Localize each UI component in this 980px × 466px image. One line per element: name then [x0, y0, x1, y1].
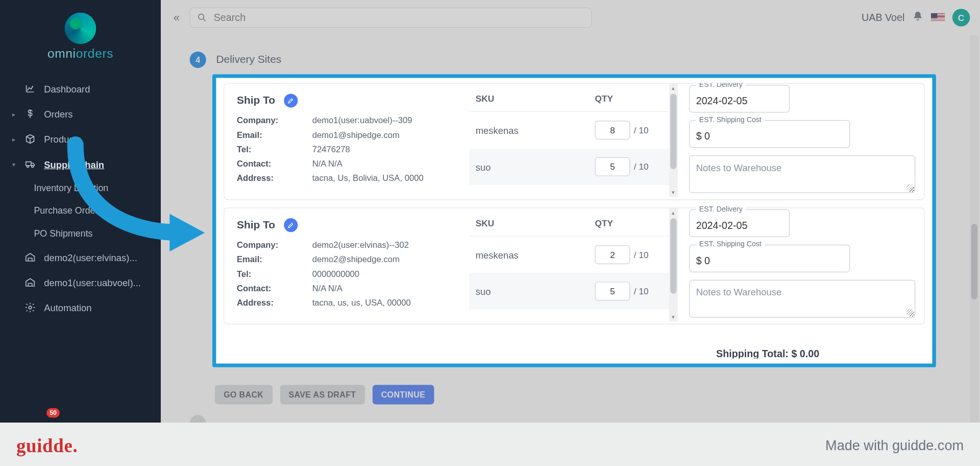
qty-input[interactable] [595, 282, 630, 300]
step-number-badge: 4 [190, 52, 206, 68]
nav-label: Purchase Orders [34, 205, 149, 216]
action-buttons: GO BACK SAVE AS DRAFT CONTINUE [215, 385, 434, 404]
cube-icon [24, 133, 37, 146]
nav-inventory-location[interactable]: Inventory Location [0, 177, 161, 199]
app-logo: omniorders [0, 0, 161, 67]
field-legend: EST. Delivery [696, 83, 746, 88]
value-contact: N/A N/A [312, 282, 342, 296]
nav-label: demo2(user:elvinas)... [44, 252, 150, 263]
qty-max: / 10 [634, 161, 649, 172]
step-title: Delivery Sites [216, 54, 281, 66]
nav-orders[interactable]: ▸ Orders [0, 101, 161, 126]
nav-label: Automation [44, 302, 150, 313]
qty-max: / 10 [634, 286, 649, 296]
est-delivery-field[interactable]: EST. Delivery 2024-02-05 [689, 85, 790, 112]
field-value: 2024-02-05 [696, 96, 748, 106]
label-tel: Tel: [237, 143, 312, 157]
gear-icon [24, 301, 37, 314]
resize-grip-icon[interactable] [906, 309, 913, 315]
field-legend: EST. Delivery [696, 205, 746, 213]
notes-placeholder: Notes to Warehouse [696, 287, 782, 297]
delivery-site-card: Ship To Company:demo2(user:elvinas)--302… [224, 207, 925, 324]
qty-max: / 10 [634, 125, 649, 135]
value-company: demo1(user:uabvoel)--309 [312, 114, 412, 128]
field-value: $ 0 [696, 255, 710, 266]
chevron-down-icon: ▾ [11, 160, 16, 168]
col-sku: SKU [476, 218, 595, 228]
sku-name: suo [476, 286, 595, 296]
qty-input[interactable] [595, 245, 630, 264]
sidebar: omniorders Dashboard ▸ Orders ▸ Products… [0, 0, 161, 423]
col-qty: QTY [595, 94, 613, 104]
svg-point-1 [32, 166, 34, 168]
notes-textarea[interactable]: Notes to Warehouse [689, 280, 915, 318]
sku-name: meskenas [476, 249, 595, 260]
svg-point-0 [27, 166, 29, 168]
est-delivery-field[interactable]: EST. Delivery 2024-02-05 [689, 209, 790, 237]
search-box[interactable] [190, 8, 592, 28]
sku-row: meskenas / 10 [469, 112, 678, 148]
resize-grip-icon[interactable] [906, 184, 913, 191]
value-company: demo2(user:elvinas)--302 [312, 238, 409, 252]
label-company: Company: [237, 114, 312, 128]
sku-row: suo / 10 [469, 273, 678, 309]
bell-icon[interactable] [912, 10, 923, 25]
nav-products[interactable]: ▸ Products [0, 126, 161, 151]
search-input[interactable] [214, 12, 585, 23]
footer: guidde. Made with guidde.com [0, 423, 980, 466]
sku-scrollbar[interactable]: ▴▾ [669, 208, 678, 321]
go-back-button[interactable]: GO BACK [215, 385, 273, 404]
notes-textarea[interactable]: Notes to Warehouse [689, 155, 915, 193]
continue-button[interactable]: CONTINUE [372, 385, 434, 404]
value-tel: 0000000000 [312, 267, 359, 282]
collapse-sidebar-button[interactable]: « [171, 9, 182, 27]
nav-label: Inventory Location [34, 183, 149, 193]
label-company: Company: [237, 238, 312, 252]
field-value: 2024-02-05 [696, 220, 748, 231]
label-contact: Contact: [237, 282, 312, 296]
main-scrollbar[interactable] [970, 35, 978, 423]
next-step-indicator [190, 415, 206, 423]
user-avatar[interactable]: C [952, 9, 970, 26]
nav-po-shipments[interactable]: PO Shipments [0, 222, 161, 244]
est-shipping-cost-field[interactable]: EST. Shipping Cost $ 0 [689, 245, 850, 272]
label-address: Address: [237, 296, 312, 310]
col-qty: QTY [595, 218, 613, 228]
value-address: tacna, Us, Bolivia, USA, 0000 [312, 172, 424, 186]
nav-warehouse-demo2[interactable]: demo2(user:elvinas)... [0, 245, 161, 270]
guidde-logo: guidde. [16, 435, 78, 456]
sku-table-header: SKU QTY [469, 86, 678, 112]
nav-warehouse-demo1[interactable]: demo1(user:uabvoel)... [0, 270, 161, 295]
edit-shipto-button[interactable] [284, 218, 298, 232]
sku-row: meskenas / 10 [469, 237, 678, 273]
label-email: Email: [237, 253, 312, 267]
logo-swirl-icon [65, 13, 96, 44]
company-name: UAB Voel [862, 12, 904, 23]
nav-dashboard[interactable]: Dashboard [0, 76, 161, 101]
automation-badge: 50 [46, 408, 60, 417]
search-icon [197, 12, 207, 23]
step-header: 4 Delivery Sites [190, 52, 282, 68]
nav-supply-chain[interactable]: ▾ Supply Chain [0, 152, 161, 177]
nav-automation[interactable]: Automation [0, 295, 161, 320]
shipto-title: Ship To [237, 219, 275, 231]
field-legend: EST. Shipping Cost [696, 115, 765, 123]
truck-icon [24, 158, 37, 171]
svg-point-2 [29, 306, 32, 309]
made-with-text: Made with guidde.com [825, 437, 964, 454]
nav-purchase-orders[interactable]: Purchase Orders [0, 199, 161, 222]
qty-input[interactable] [595, 121, 630, 139]
est-shipping-cost-field[interactable]: EST. Shipping Cost $ 0 [689, 120, 850, 148]
save-draft-button[interactable]: SAVE AS DRAFT [280, 385, 364, 404]
chevron-right-icon: ▸ [11, 135, 16, 143]
topbar: « UAB Voel C [161, 0, 980, 35]
col-sku: SKU [476, 94, 595, 104]
logo-text: omniorders [0, 46, 161, 61]
sku-scrollbar[interactable]: ▴▾ [669, 84, 678, 197]
value-address: tacna, us, us, USA, 00000 [312, 296, 411, 310]
value-tel: 72476278 [312, 143, 350, 157]
flag-us-icon[interactable] [931, 13, 945, 22]
delivery-site-card: Ship To Company:demo1(user:uabvoel)--309… [224, 83, 925, 200]
edit-shipto-button[interactable] [284, 94, 298, 107]
qty-input[interactable] [595, 157, 630, 176]
